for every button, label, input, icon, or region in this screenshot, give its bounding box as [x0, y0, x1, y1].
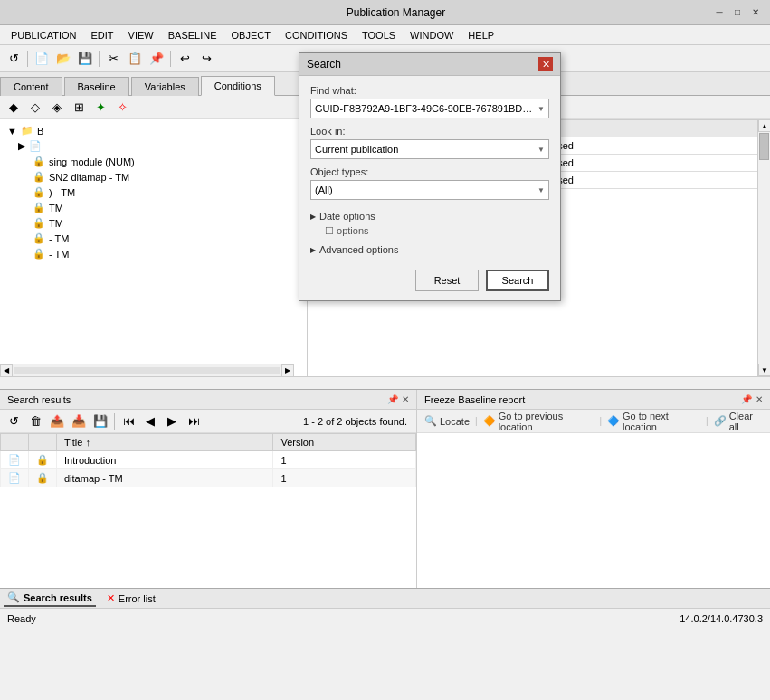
open-button[interactable]: 📂 [53, 49, 73, 69]
cut-button[interactable]: ✂ [103, 49, 123, 69]
last-btn[interactable]: ⏭ [184, 411, 204, 431]
close-button[interactable]: ✕ [748, 5, 763, 20]
prev-location-button[interactable]: 🔶 Go to previous location [483, 411, 594, 432]
tree-item[interactable]: 🔒 TM [0, 215, 307, 231]
maximize-button[interactable]: □ [730, 5, 745, 20]
options-label: options [337, 225, 368, 236]
doc-icon: 🔒 [33, 248, 45, 260]
find-what-input[interactable]: GUID-F8B792A9-1BF3-49C6-90EB-767891BD9F5… [310, 99, 549, 118]
scroll-up-btn[interactable]: ▲ [758, 119, 770, 132]
results-col-version[interactable]: Version [273, 434, 416, 451]
doc-icon: 🔒 [33, 202, 45, 213]
redo-button[interactable]: ↪ [196, 49, 216, 69]
tree-item[interactable]: 🔒 ) - TM [0, 184, 307, 200]
advanced-options-section[interactable]: ▶ Advanced options [310, 241, 549, 259]
menu-tools[interactable]: TOOLS [355, 28, 403, 43]
tab-baseline[interactable]: Baseline [64, 77, 129, 96]
export-btn[interactable]: 📤 [47, 411, 67, 431]
object-types-label: Object types: [310, 166, 549, 177]
tree-action-button[interactable]: ⊞ [69, 98, 89, 118]
results-col-title[interactable]: Title ↑ [57, 434, 273, 451]
result-row[interactable]: 📄 🔒 ditamap - TM 1 [1, 469, 416, 487]
freeze-content [417, 433, 770, 588]
app-title: Publication Manager [80, 6, 712, 19]
locate-button[interactable]: 🔍 Locate [424, 415, 470, 427]
tree-item[interactable]: 🔒 TM [0, 200, 307, 215]
look-in-arrow[interactable]: ▼ [537, 146, 545, 154]
bottom-tab-bar: 🔍 Search results ✕ Error list [0, 588, 770, 608]
scroll-down-btn[interactable]: ▼ [758, 364, 770, 376]
look-in-select[interactable]: Current publication ▼ [310, 139, 549, 159]
options-checkbox[interactable]: ☐ [325, 225, 334, 236]
freeze-pin-button[interactable]: 📌 [741, 394, 752, 404]
tab-conditions[interactable]: Conditions [201, 76, 275, 96]
date-options-section[interactable]: ▶ Date options [310, 207, 549, 225]
tree-item[interactable]: ▼ 📁 B [0, 123, 307, 138]
close-panel-button[interactable]: ✕ [402, 394, 409, 404]
menu-conditions[interactable]: CONDITIONS [278, 28, 355, 43]
paste-button[interactable]: 📌 [147, 49, 166, 69]
menu-object[interactable]: OBJECT [224, 28, 278, 43]
result-title: Introduction [57, 451, 273, 469]
refresh-results-btn[interactable]: ↺ [4, 411, 24, 431]
next-btn[interactable]: ▶ [162, 411, 182, 431]
prev-label: Go to previous location [499, 411, 594, 432]
prev-btn[interactable]: ◀ [140, 411, 160, 431]
tree-item[interactable]: 🔒 sing module (NUM) [0, 154, 307, 169]
reset-button[interactable]: Reset [415, 270, 479, 291]
expand-button[interactable]: ◆ [4, 98, 24, 118]
h-scrollbar[interactable]: ◀ ▶ [0, 364, 294, 376]
scroll-right-btn[interactable]: ▶ [281, 364, 294, 377]
tree-item[interactable]: ▶ 📄 [0, 138, 307, 154]
new-button[interactable]: 📄 [32, 49, 52, 69]
vert-scrollbar[interactable]: ▲ ▼ [757, 119, 770, 376]
doc-icon: 🔒 [33, 217, 45, 229]
collapse-button[interactable]: ◇ [25, 98, 45, 118]
tab-variables[interactable]: Variables [131, 77, 199, 96]
tab-content[interactable]: Content [0, 77, 62, 96]
result-row[interactable]: 📄 🔒 Introduction 1 [1, 451, 416, 469]
tree-item[interactable]: 🔒 - TM [0, 231, 307, 246]
tree-item[interactable]: 🔒 - TM [0, 246, 307, 261]
minimize-button[interactable]: ─ [712, 5, 727, 20]
save-result-btn[interactable]: 💾 [90, 411, 110, 431]
object-types-arrow[interactable]: ▼ [537, 186, 545, 194]
content-hscroll[interactable] [0, 376, 770, 389]
menu-publication[interactable]: PUBLICATION [4, 28, 84, 43]
menu-edit[interactable]: EDIT [84, 28, 121, 43]
tree-item-label: ) - TM [49, 187, 75, 198]
mark-button[interactable]: ✦ [90, 98, 110, 118]
toolbar-separator-3 [170, 51, 171, 67]
save-button[interactable]: 💾 [75, 49, 95, 69]
advanced-options-label: Advanced options [319, 244, 398, 255]
scroll-thumb[interactable] [759, 133, 769, 160]
object-types-select[interactable]: (All) ▼ [310, 180, 549, 200]
find-dropdown-arrow[interactable]: ▼ [537, 105, 545, 113]
freeze-close-button[interactable]: ✕ [756, 394, 763, 404]
next-location-button[interactable]: 🔷 Go to next location [607, 411, 700, 432]
dialog-close-button[interactable]: ✕ [538, 57, 553, 71]
bottom-area: Search results 📌 ✕ ↺ 🗑 📤 📥 💾 ⏮ ◀ ▶ ⏭ 1 -… [0, 389, 770, 588]
bottom-tab-search[interactable]: 🔍 Search results [4, 590, 96, 607]
filter-button[interactable]: ◈ [47, 98, 67, 118]
search-button[interactable]: Search [486, 270, 549, 291]
doc-icon: 🔒 [33, 186, 45, 198]
clear-all-button[interactable]: 🔗 Clear all [714, 411, 763, 432]
import-btn[interactable]: 📥 [69, 411, 89, 431]
refresh-button[interactable]: ↺ [4, 49, 24, 69]
copy-button[interactable]: 📋 [125, 49, 145, 69]
first-btn[interactable]: ⏮ [119, 411, 138, 431]
next-label: Go to next location [623, 411, 700, 432]
menu-window[interactable]: WINDOW [403, 28, 461, 43]
menu-view[interactable]: VIEW [121, 28, 161, 43]
menu-baseline[interactable]: BASELINE [161, 28, 224, 43]
undo-button[interactable]: ↩ [175, 49, 195, 69]
menu-help[interactable]: HELP [461, 28, 501, 43]
scroll-left-btn[interactable]: ◀ [0, 364, 13, 377]
tree-item[interactable]: 🔒 SN2 ditamap - TM [0, 169, 307, 184]
dialog-title: Search [307, 58, 341, 71]
pin-button[interactable]: 📌 [387, 394, 398, 404]
clear-mark-button[interactable]: ✧ [112, 98, 132, 118]
delete-result-btn[interactable]: 🗑 [25, 411, 45, 431]
bottom-tab-error[interactable]: ✕ Error list [103, 591, 159, 606]
